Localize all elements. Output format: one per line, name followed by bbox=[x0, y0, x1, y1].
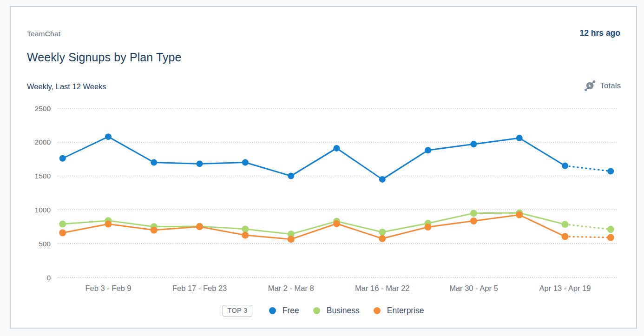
data-point-marker-free[interactable] bbox=[242, 159, 249, 165]
legend-label: Enterprise bbox=[387, 306, 424, 316]
data-point-marker-business[interactable] bbox=[59, 220, 66, 227]
legend-label: Business bbox=[327, 306, 360, 316]
totals-toggle-button[interactable]: Totals bbox=[584, 79, 621, 92]
data-point-marker-enterprise[interactable] bbox=[196, 223, 203, 230]
data-point-marker-free[interactable] bbox=[197, 160, 203, 167]
data-point-marker-free[interactable] bbox=[425, 147, 431, 153]
data-point-marker-free[interactable] bbox=[562, 163, 568, 169]
legend-label: Free bbox=[283, 306, 299, 316]
y-axis-tick-label: 1000 bbox=[35, 206, 51, 214]
series-line-free bbox=[63, 137, 565, 179]
data-point-marker-enterprise[interactable] bbox=[105, 220, 112, 227]
data-point-marker-enterprise[interactable] bbox=[607, 234, 614, 241]
top3-badge: TOP 3 bbox=[223, 305, 252, 316]
data-point-marker-free[interactable] bbox=[288, 173, 294, 179]
legend-dot-enterprise bbox=[374, 307, 381, 314]
y-axis-tick-label: 0 bbox=[46, 274, 51, 282]
data-point-marker-enterprise[interactable] bbox=[425, 224, 432, 231]
data-point-marker-business[interactable] bbox=[379, 229, 386, 236]
data-point-marker-enterprise[interactable] bbox=[333, 220, 340, 227]
x-axis-label: Feb 17 - Feb 23 bbox=[172, 284, 227, 292]
data-point-marker-enterprise[interactable] bbox=[151, 227, 158, 234]
x-axis-label: Feb 3 - Feb 9 bbox=[85, 284, 131, 292]
y-axis-tick-label: 2500 bbox=[35, 105, 51, 112]
y-axis-tick-label: 2000 bbox=[35, 138, 51, 146]
data-point-marker-enterprise[interactable] bbox=[59, 229, 66, 236]
legend-dot-free bbox=[269, 307, 276, 314]
x-axis-label: Mar 30 - Apr 5 bbox=[449, 284, 498, 292]
x-axis-label: Mar 16 - Mar 22 bbox=[355, 284, 409, 292]
series-projection-segment-free bbox=[565, 166, 611, 171]
y-axis-tick-label: 500 bbox=[39, 240, 51, 248]
data-point-marker-enterprise[interactable] bbox=[242, 232, 249, 239]
legend-item-enterprise[interactable]: Enterprise bbox=[374, 306, 424, 316]
source-label: TeamChat bbox=[27, 30, 60, 38]
y-axis-tick-label: 1500 bbox=[35, 172, 51, 180]
data-point-marker-free[interactable] bbox=[105, 133, 112, 140]
data-point-marker-free[interactable] bbox=[516, 135, 523, 141]
data-point-marker-free[interactable] bbox=[334, 145, 340, 152]
data-point-marker-business[interactable] bbox=[242, 225, 249, 232]
data-point-marker-enterprise[interactable] bbox=[516, 211, 523, 218]
data-point-marker-business[interactable] bbox=[470, 210, 477, 217]
last-updated-label: 12 hrs ago bbox=[579, 28, 620, 38]
data-point-marker-free[interactable] bbox=[607, 168, 614, 174]
legend-item-free[interactable]: Free bbox=[269, 306, 299, 316]
signups-line-chart: 05001000150020002500Feb 3 - Feb 9Feb 17 … bbox=[11, 96, 638, 301]
data-point-marker-free[interactable] bbox=[470, 141, 477, 147]
legend-dot-business bbox=[313, 307, 320, 314]
totals-label: Totals bbox=[600, 81, 621, 91]
chart-card: TeamChat 12 hrs ago Weekly Signups by Pl… bbox=[10, 6, 637, 329]
chart-title: Weekly Signups by Plan Type bbox=[27, 51, 182, 64]
x-axis-label: Mar 2 - Mar 8 bbox=[268, 284, 314, 292]
totals-datapoint-icon bbox=[584, 79, 596, 92]
data-point-marker-enterprise[interactable] bbox=[562, 233, 569, 240]
data-point-marker-enterprise[interactable] bbox=[379, 235, 386, 242]
series-projection-segment-business bbox=[565, 224, 611, 230]
series-projection-segment-enterprise bbox=[565, 237, 611, 237]
data-point-marker-free[interactable] bbox=[151, 159, 157, 165]
data-point-marker-enterprise[interactable] bbox=[470, 217, 477, 224]
date-range-label: Weekly, Last 12 Weeks bbox=[27, 82, 106, 91]
data-point-marker-free[interactable] bbox=[59, 155, 66, 162]
x-axis-label: Apr 13 - Apr 19 bbox=[539, 284, 591, 292]
legend-item-business[interactable]: Business bbox=[313, 306, 360, 316]
data-point-marker-free[interactable] bbox=[379, 176, 386, 183]
data-point-marker-business[interactable] bbox=[607, 226, 614, 233]
data-point-marker-enterprise[interactable] bbox=[288, 236, 295, 243]
chart-legend: TOP 3 FreeBusinessEnterprise bbox=[11, 305, 636, 316]
data-point-marker-business[interactable] bbox=[562, 221, 569, 228]
